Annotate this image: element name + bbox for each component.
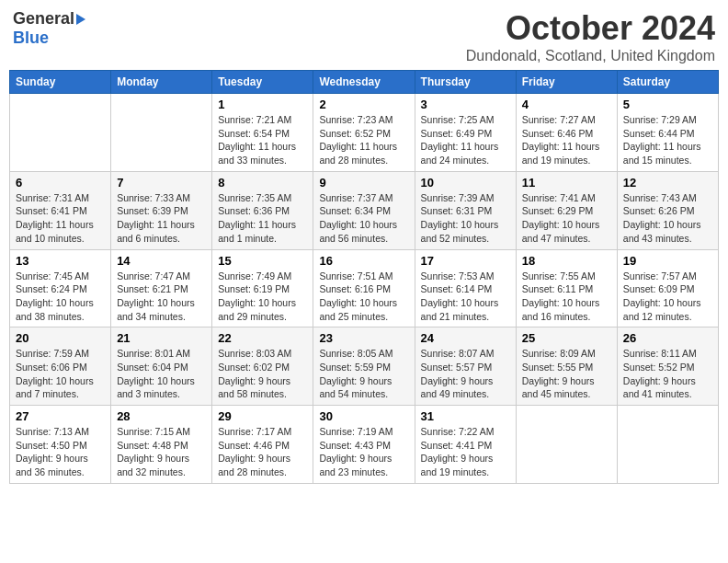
calendar-cell: 23Sunrise: 8:05 AM Sunset: 5:59 PM Dayli… [313,327,415,406]
calendar-cell: 15Sunrise: 7:49 AM Sunset: 6:19 PM Dayli… [212,249,313,327]
calendar-week-row: 27Sunrise: 7:13 AM Sunset: 4:50 PM Dayli… [10,406,719,484]
calendar-cell: 17Sunrise: 7:53 AM Sunset: 6:14 PM Dayli… [415,249,516,327]
calendar-cell: 1Sunrise: 7:21 AM Sunset: 6:54 PM Daylig… [212,94,313,172]
day-detail: Sunrise: 7:41 AM Sunset: 6:29 PM Dayligh… [522,191,611,246]
day-number: 26 [623,331,712,345]
day-detail: Sunrise: 7:49 AM Sunset: 6:19 PM Dayligh… [218,270,307,324]
day-number: 21 [117,331,206,345]
calendar-cell: 4Sunrise: 7:27 AM Sunset: 6:46 PM Daylig… [516,94,617,172]
calendar-cell: 3Sunrise: 7:25 AM Sunset: 6:49 PM Daylig… [415,94,516,172]
day-detail: Sunrise: 7:15 AM Sunset: 4:48 PM Dayligh… [117,425,206,479]
calendar-cell: 29Sunrise: 7:17 AM Sunset: 4:46 PM Dayli… [212,406,313,484]
calendar-cell: 9Sunrise: 7:37 AM Sunset: 6:34 PM Daylig… [313,171,415,249]
day-number: 11 [522,176,611,190]
day-detail: Sunrise: 7:53 AM Sunset: 6:14 PM Dayligh… [421,270,510,324]
logo: General Blue [13,9,85,48]
calendar-cell: 27Sunrise: 7:13 AM Sunset: 4:50 PM Dayli… [10,406,111,484]
calendar-cell [516,406,617,484]
day-detail: Sunrise: 7:29 AM Sunset: 6:44 PM Dayligh… [623,113,712,167]
calendar-week-row: 1Sunrise: 7:21 AM Sunset: 6:54 PM Daylig… [10,94,719,172]
day-detail: Sunrise: 7:57 AM Sunset: 6:09 PM Dayligh… [623,270,712,324]
day-detail: Sunrise: 7:22 AM Sunset: 4:41 PM Dayligh… [421,425,510,479]
calendar-week-row: 20Sunrise: 7:59 AM Sunset: 6:06 PM Dayli… [10,327,719,406]
day-number: 16 [319,254,408,268]
weekday-header-cell: Sunday [10,71,111,94]
day-number: 5 [623,98,712,111]
calendar-cell [617,406,718,484]
calendar-week-row: 6Sunrise: 7:31 AM Sunset: 6:41 PM Daylig… [10,171,719,249]
calendar-cell: 10Sunrise: 7:39 AM Sunset: 6:31 PM Dayli… [415,171,516,249]
day-number: 17 [421,254,510,268]
calendar-cell: 13Sunrise: 7:45 AM Sunset: 6:24 PM Dayli… [10,249,111,327]
day-number: 24 [421,331,510,345]
day-number: 18 [522,254,611,268]
calendar-cell: 12Sunrise: 7:43 AM Sunset: 6:26 PM Dayli… [617,171,718,249]
day-detail: Sunrise: 8:07 AM Sunset: 5:57 PM Dayligh… [421,347,510,401]
calendar-cell: 8Sunrise: 7:35 AM Sunset: 6:36 PM Daylig… [212,171,313,249]
weekday-header-cell: Thursday [415,71,516,94]
calendar-cell: 7Sunrise: 7:33 AM Sunset: 6:39 PM Daylig… [111,171,212,249]
weekday-header-cell: Friday [516,71,617,94]
day-number: 6 [16,176,105,190]
day-detail: Sunrise: 7:31 AM Sunset: 6:41 PM Dayligh… [16,191,105,246]
day-detail: Sunrise: 7:37 AM Sunset: 6:34 PM Dayligh… [319,191,408,246]
day-detail: Sunrise: 7:55 AM Sunset: 6:11 PM Dayligh… [522,270,611,324]
day-detail: Sunrise: 7:51 AM Sunset: 6:16 PM Dayligh… [319,270,408,324]
calendar-cell: 16Sunrise: 7:51 AM Sunset: 6:16 PM Dayli… [313,249,415,327]
calendar-cell [111,94,212,172]
day-detail: Sunrise: 7:43 AM Sunset: 6:26 PM Dayligh… [623,191,712,246]
day-detail: Sunrise: 7:47 AM Sunset: 6:21 PM Dayligh… [117,270,206,324]
calendar-cell: 24Sunrise: 8:07 AM Sunset: 5:57 PM Dayli… [415,327,516,406]
day-detail: Sunrise: 7:13 AM Sunset: 4:50 PM Dayligh… [16,425,105,479]
day-number: 23 [319,331,408,345]
day-number: 14 [117,254,206,268]
weekday-header-cell: Wednesday [313,71,415,94]
calendar-week-row: 13Sunrise: 7:45 AM Sunset: 6:24 PM Dayli… [10,249,719,327]
day-number: 10 [421,176,510,190]
calendar-cell: 19Sunrise: 7:57 AM Sunset: 6:09 PM Dayli… [617,249,718,327]
day-number: 30 [319,409,408,423]
weekday-header-cell: Tuesday [212,71,313,94]
location-subtitle: Dundonald, Scotland, United Kingdom [466,48,715,64]
day-detail: Sunrise: 7:39 AM Sunset: 6:31 PM Dayligh… [421,191,510,246]
day-detail: Sunrise: 7:27 AM Sunset: 6:46 PM Dayligh… [522,113,611,167]
calendar-cell: 25Sunrise: 8:09 AM Sunset: 5:55 PM Dayli… [516,327,617,406]
day-detail: Sunrise: 7:21 AM Sunset: 6:54 PM Dayligh… [218,113,307,167]
calendar-cell: 22Sunrise: 8:03 AM Sunset: 6:02 PM Dayli… [212,327,313,406]
calendar-body: 1Sunrise: 7:21 AM Sunset: 6:54 PM Daylig… [10,94,719,484]
logo-blue-text: Blue [13,29,49,48]
logo-general-text: General [13,9,74,29]
day-detail: Sunrise: 8:01 AM Sunset: 6:04 PM Dayligh… [117,347,206,401]
day-number: 3 [421,98,510,111]
day-number: 19 [623,254,712,268]
day-number: 31 [421,409,510,423]
day-number: 4 [522,98,611,111]
day-number: 8 [218,176,307,190]
day-number: 7 [117,176,206,190]
day-number: 20 [16,331,105,345]
day-number: 1 [218,98,307,111]
month-title: October 2024 [466,9,715,48]
weekday-header-cell: Monday [111,71,212,94]
day-number: 9 [319,176,408,190]
calendar-cell: 26Sunrise: 8:11 AM Sunset: 5:52 PM Dayli… [617,327,718,406]
day-number: 27 [16,409,105,423]
day-detail: Sunrise: 8:09 AM Sunset: 5:55 PM Dayligh… [522,347,611,401]
calendar-cell: 21Sunrise: 8:01 AM Sunset: 6:04 PM Dayli… [111,327,212,406]
day-detail: Sunrise: 7:25 AM Sunset: 6:49 PM Dayligh… [421,113,510,167]
day-number: 12 [623,176,712,190]
calendar-cell: 11Sunrise: 7:41 AM Sunset: 6:29 PM Dayli… [516,171,617,249]
day-number: 28 [117,409,206,423]
day-number: 2 [319,98,408,111]
calendar-cell: 18Sunrise: 7:55 AM Sunset: 6:11 PM Dayli… [516,249,617,327]
day-number: 29 [218,409,307,423]
calendar-cell: 20Sunrise: 7:59 AM Sunset: 6:06 PM Dayli… [10,327,111,406]
calendar-cell [10,94,111,172]
calendar-cell: 2Sunrise: 7:23 AM Sunset: 6:52 PM Daylig… [313,94,415,172]
day-detail: Sunrise: 7:33 AM Sunset: 6:39 PM Dayligh… [117,191,206,246]
weekday-header-cell: Saturday [617,71,718,94]
day-number: 15 [218,254,307,268]
day-detail: Sunrise: 8:05 AM Sunset: 5:59 PM Dayligh… [319,347,408,401]
day-detail: Sunrise: 7:59 AM Sunset: 6:06 PM Dayligh… [16,347,105,401]
day-detail: Sunrise: 7:19 AM Sunset: 4:43 PM Dayligh… [319,425,408,479]
